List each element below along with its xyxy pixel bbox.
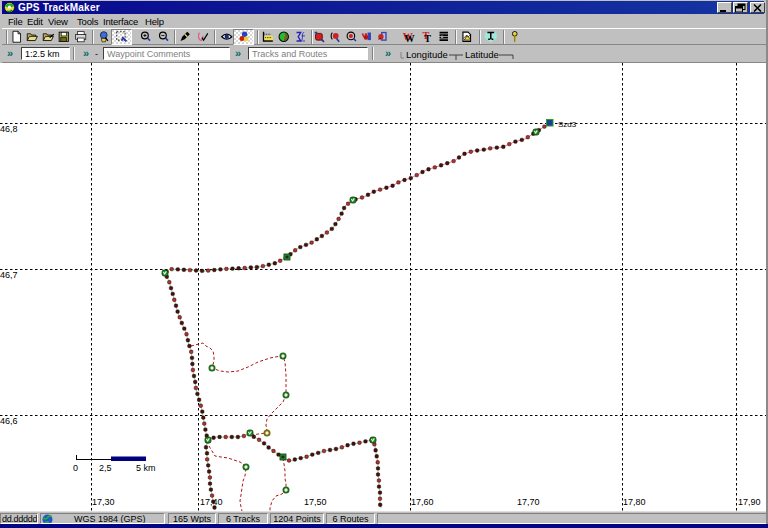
svg-text:Szd3: Szd3	[558, 120, 577, 129]
svg-text:T: T	[424, 33, 431, 44]
svg-text:46,8: 46,8	[0, 124, 18, 134]
svg-text:17,70: 17,70	[517, 497, 540, 507]
svg-text:5 km: 5 km	[136, 463, 156, 473]
svg-text:W: W	[404, 33, 414, 44]
svg-text:17,30: 17,30	[92, 497, 115, 507]
svg-text:0: 0	[73, 463, 78, 473]
svg-text:46,6: 46,6	[0, 416, 18, 426]
svg-text:2,5: 2,5	[99, 463, 112, 473]
svg-text:46,7: 46,7	[0, 270, 18, 280]
svg-text:17,60: 17,60	[411, 497, 434, 507]
svg-text:17,80: 17,80	[623, 497, 646, 507]
svg-text:Latitude: Latitude	[465, 49, 499, 60]
svg-text:17,50: 17,50	[304, 497, 327, 507]
svg-text:17,90: 17,90	[738, 497, 761, 507]
svg-text:17,40: 17,40	[200, 497, 223, 507]
svg-text:Longitude: Longitude	[406, 49, 448, 60]
